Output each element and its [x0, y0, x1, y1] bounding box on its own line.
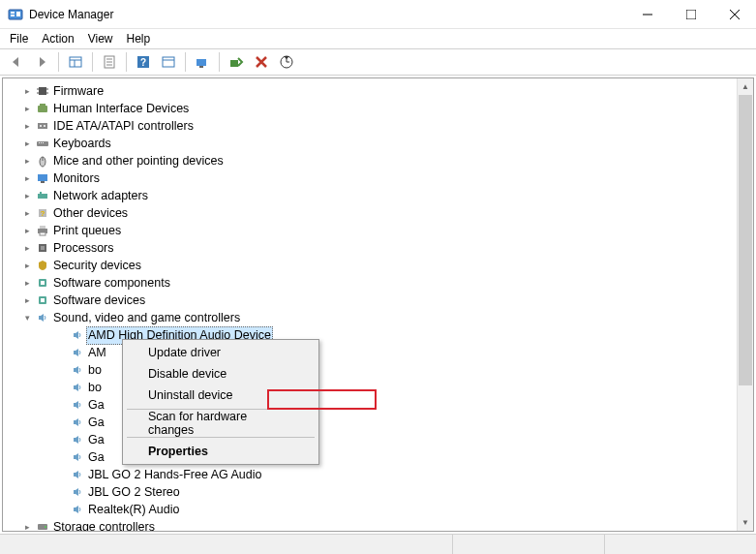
svg-rect-20: [199, 66, 203, 68]
expand-chevron-icon[interactable]: ▸: [20, 292, 34, 309]
scan-hardware-button[interactable]: [192, 51, 213, 73]
svg-rect-5: [686, 10, 696, 19]
tree-item[interactable]: ▸Human Interface Devices: [3, 100, 753, 117]
tree-item-label: Print queues: [51, 223, 121, 239]
properties-button[interactable]: [99, 51, 120, 73]
svg-rect-47: [40, 232, 45, 235]
sound-icon: [69, 450, 86, 464]
expand-chevron-icon[interactable]: ▸: [20, 240, 34, 257]
uninstall-device-button[interactable]: [251, 51, 272, 73]
svg-rect-23: [39, 87, 46, 95]
tree-item[interactable]: JBL GO 2 Stereo: [3, 483, 753, 501]
svg-point-55: [45, 526, 46, 528]
expand-chevron-icon[interactable]: ▸: [20, 258, 34, 274]
expand-chevron-icon[interactable]: ▸: [20, 275, 34, 292]
action-center-button[interactable]: [158, 51, 179, 73]
tree-item[interactable]: Ga: [3, 414, 753, 431]
svg-rect-36: [43, 142, 44, 143]
tree-item-label: Ga: [86, 449, 105, 466]
tree-item[interactable]: ▾Sound, video and game controllers: [3, 309, 753, 326]
tree-item[interactable]: ▸?Other devices: [3, 204, 753, 222]
expand-chevron-icon[interactable]: ▸: [20, 205, 34, 222]
ctx-scan-hardware[interactable]: Scan for hardware changes: [125, 413, 317, 434]
menu-help[interactable]: Help: [127, 32, 151, 46]
tree-item[interactable]: ▸Processors: [3, 239, 753, 257]
tree-item-label: Firmware: [51, 83, 104, 100]
tree-item[interactable]: AMD High Definition Audio Device: [3, 326, 753, 344]
tree-item[interactable]: ▸IDE ATA/ATAPI controllers: [3, 117, 753, 135]
tree-item[interactable]: ▸Storage controllers: [3, 518, 753, 531]
tree-item-label: Sound, video and game controllers: [51, 310, 240, 326]
tree-item-label: Realtek(R) Audio: [86, 502, 180, 518]
ctx-properties[interactable]: Properties: [125, 441, 317, 462]
tree-item[interactable]: Ga: [3, 448, 753, 466]
tree-item-label: Software devices: [51, 292, 145, 309]
menu-view[interactable]: View: [88, 32, 113, 46]
expand-chevron-icon[interactable]: ▸: [20, 519, 34, 532]
tree-item[interactable]: AM: [3, 344, 753, 361]
update-driver-button[interactable]: [276, 51, 297, 73]
show-hide-console-button[interactable]: [65, 51, 86, 73]
tree-item[interactable]: ▸Software components: [3, 274, 753, 292]
sound-icon: [34, 311, 51, 324]
component-icon: [34, 293, 51, 307]
context-menu: Update driver Disable device Uninstall d…: [122, 339, 319, 465]
tree-item[interactable]: bo: [3, 361, 753, 379]
ide-icon: [34, 119, 51, 133]
hid-icon: [34, 102, 51, 115]
scroll-down-button[interactable]: ▼: [738, 514, 753, 531]
app-icon: [8, 7, 23, 22]
sound-icon: [69, 328, 86, 342]
svg-rect-8: [70, 57, 81, 67]
help-button[interactable]: ?: [133, 51, 154, 73]
expand-chevron-icon[interactable]: ▸: [20, 83, 34, 100]
expand-chevron-icon[interactable]: ▸: [20, 223, 34, 239]
close-button[interactable]: [712, 0, 756, 29]
ctx-update-driver[interactable]: Update driver: [125, 342, 317, 363]
svg-rect-19: [197, 59, 206, 66]
device-tree[interactable]: ▸Firmware▸Human Interface Devices▸IDE AT…: [3, 78, 753, 531]
window-title: Device Manager: [29, 8, 113, 21]
tree-item[interactable]: ▸Firmware: [3, 82, 753, 100]
tree-item[interactable]: Ga: [3, 396, 753, 414]
sound-icon: [69, 416, 86, 429]
tree-item[interactable]: JBL GO 2 Hands-Free AG Audio: [3, 466, 753, 483]
tree-item-label: JBL GO 2 Stereo: [86, 484, 180, 501]
tree-item-label: Ga: [86, 432, 105, 448]
ctx-uninstall-device[interactable]: Uninstall device: [125, 385, 317, 406]
vertical-scrollbar[interactable]: ▲ ▼: [737, 78, 753, 531]
menu-action[interactable]: Action: [42, 32, 74, 46]
tree-item[interactable]: Ga: [3, 431, 753, 448]
expand-chevron-icon[interactable]: ▸: [20, 170, 34, 187]
svg-rect-29: [40, 104, 45, 106]
back-button[interactable]: [6, 51, 27, 73]
storage-icon: [34, 520, 51, 531]
forward-button[interactable]: [31, 51, 52, 73]
minimize-button[interactable]: [625, 0, 669, 29]
tree-item[interactable]: ▸Mice and other pointing devices: [3, 152, 753, 169]
expand-chevron-icon[interactable]: ▸: [20, 101, 34, 117]
menubar: File Action View Help: [0, 29, 756, 48]
tree-item[interactable]: ▸Security devices: [3, 257, 753, 274]
tree-item[interactable]: ▸Keyboards: [3, 135, 753, 152]
menu-file[interactable]: File: [10, 32, 28, 46]
ctx-disable-device[interactable]: Disable device: [125, 363, 317, 385]
enable-device-button[interactable]: [226, 51, 247, 73]
tree-item[interactable]: ▸Software devices: [3, 292, 753, 309]
tree-item[interactable]: ▸Print queues: [3, 222, 753, 239]
expand-chevron-icon[interactable]: ▸: [20, 153, 34, 169]
expand-chevron-icon[interactable]: ▸: [20, 136, 34, 152]
svg-rect-39: [38, 174, 47, 181]
expand-chevron-icon[interactable]: ▸: [20, 188, 34, 204]
tree-item[interactable]: ▸Network adapters: [3, 187, 753, 204]
expand-chevron-icon[interactable]: ▾: [20, 310, 34, 326]
maximize-button[interactable]: [669, 0, 712, 29]
scroll-thumb[interactable]: [739, 95, 752, 385]
printer-icon: [34, 224, 51, 237]
security-icon: [34, 259, 51, 272]
scroll-up-button[interactable]: ▲: [738, 78, 753, 95]
tree-item[interactable]: Realtek(R) Audio: [3, 501, 753, 518]
tree-item[interactable]: bo: [3, 379, 753, 396]
expand-chevron-icon[interactable]: ▸: [20, 118, 34, 135]
tree-item[interactable]: ▸Monitors: [3, 169, 753, 187]
